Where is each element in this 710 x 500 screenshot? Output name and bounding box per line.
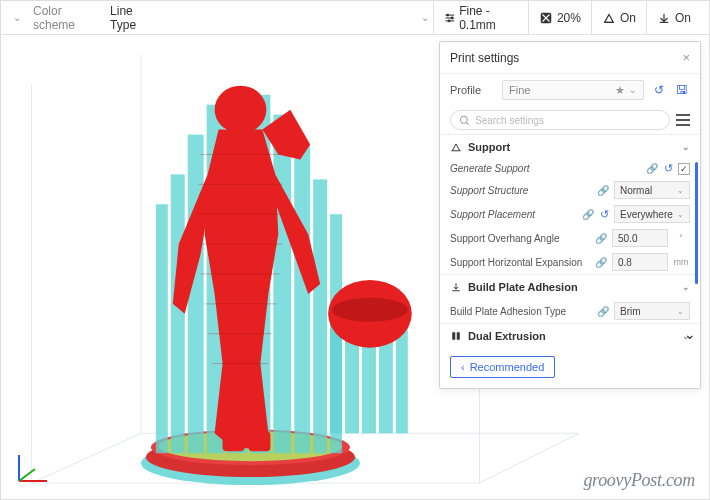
svg-point-35 [215,86,267,134]
svg-rect-26 [273,115,291,454]
support-placement-dropdown[interactable]: Everywhere⌄ [614,205,690,223]
search-icon [459,115,470,126]
chevron-down-icon: ⌄ [625,85,637,95]
generate-support-checkbox[interactable]: ✓ [678,163,690,175]
svg-rect-21 [171,174,185,453]
svg-line-50 [19,469,35,481]
reset-icon[interactable]: ↺ [599,208,610,221]
svg-point-39 [332,298,408,322]
adhesion-section-header[interactable]: Build Plate Adhesion ⌄ [440,275,700,299]
overhang-angle-field[interactable]: 50.0 [612,229,668,247]
horiz-expansion-field[interactable]: 0.8 [612,253,668,271]
horiz-expansion-label: Support Horizontal Expansion [450,257,590,268]
dual-extrusion-section-header[interactable]: Dual Extrusion ⌄ [440,324,700,348]
quality-label: Fine - 0.1mm [459,4,518,32]
adhesion-icon [657,11,671,25]
recommended-label: Recommended [470,361,545,373]
adhesion-toggle-button[interactable]: On [646,1,701,35]
quality-button[interactable]: Fine - 0.1mm [433,1,528,35]
reset-icon[interactable]: ↺ [652,83,666,97]
svg-rect-37 [248,431,270,451]
panel-title: Print settings [450,51,519,65]
support-icon [450,141,462,153]
svg-rect-36 [223,431,245,451]
adhesion-icon [450,281,462,293]
chevron-down-icon: ⌄ [677,307,684,316]
chevron-down-icon: ⌄ [682,282,690,292]
profile-value: Fine [509,84,530,96]
dual-extrusion-title: Dual Extrusion [468,330,546,342]
chevron-down-icon: ⌄ [677,210,684,219]
reset-icon[interactable]: ↺ [663,162,674,175]
axes-gizmo [13,447,53,487]
scroll-down-arrow[interactable]: ⌄ [684,326,696,342]
support-icon [602,11,616,25]
svg-point-4 [451,17,453,19]
link-icon[interactable]: 🔗 [594,257,608,268]
link-icon[interactable]: 🔗 [594,233,608,244]
svg-rect-55 [452,332,455,340]
svg-rect-27 [294,145,310,454]
degree-unit: ° [672,233,690,243]
close-icon[interactable]: × [682,50,690,65]
adhesion-type-dropdown[interactable]: Brim⌄ [614,302,690,320]
adhesion-title: Build Plate Adhesion [468,281,578,293]
adhesion-type-label: Build Plate Adhesion Type [450,306,592,317]
support-section-header[interactable]: Support ⌄ [440,135,700,159]
profile-dropdown[interactable]: Fine ★ ⌄ [502,80,644,100]
top-toolbar: ⌄ Color scheme Line Type ⌄ Fine - 0.1mm … [1,1,709,35]
search-input[interactable] [475,115,661,126]
recommended-button[interactable]: ‹ Recommended [450,356,555,378]
infill-label: 20% [557,11,581,25]
infill-icon [539,11,553,25]
svg-point-3 [446,14,448,16]
generate-support-label: Generate Support [450,163,641,174]
save-icon[interactable]: 🖫 [674,83,690,97]
support-toggle-button[interactable]: On [591,1,646,35]
svg-point-51 [460,116,467,123]
support-structure-label: Support Structure [450,185,592,196]
link-icon[interactable]: 🔗 [645,163,659,174]
chevron-down-icon[interactable]: ⌄ [417,12,433,23]
svg-rect-28 [313,179,327,453]
color-scheme-dropdown[interactable]: ⌄ Color scheme Line Type [9,4,167,32]
svg-rect-22 [188,135,204,454]
scroll-indicator[interactable] [695,162,698,284]
overhang-angle-label: Support Overhang Angle [450,233,590,244]
search-input-wrapper[interactable] [450,110,670,130]
sliders-icon [444,11,456,25]
support-structure-dropdown[interactable]: Normal⌄ [614,181,690,199]
link-icon[interactable]: 🔗 [581,209,595,220]
chevron-down-icon: ⌄ [9,12,25,23]
svg-line-52 [467,122,469,124]
chevron-down-icon: ⌄ [682,142,690,152]
svg-rect-20 [156,204,168,453]
link-icon[interactable]: 🔗 [596,185,610,196]
adhesion-on-label: On [675,11,691,25]
infill-button[interactable]: 20% [528,1,591,35]
watermark: groovyPost.com [583,470,695,491]
support-on-label: On [620,11,636,25]
svg-line-11 [479,433,579,483]
print-settings-panel: Print settings × Profile Fine ★ ⌄ ↺ 🖫 Su… [439,41,701,389]
support-placement-label: Support Placement [450,209,577,220]
chevron-down-icon: ⌄ [677,186,684,195]
menu-icon[interactable] [676,114,690,126]
mm-unit: mm [672,257,690,267]
svg-rect-56 [457,332,460,340]
svg-point-5 [448,19,450,21]
link-icon[interactable]: 🔗 [596,306,610,317]
support-title: Support [468,141,510,153]
star-icon: ★ [615,84,625,97]
profile-label: Profile [450,84,494,96]
color-scheme-label: Color scheme [33,4,102,32]
line-type-value: Line Type [110,4,158,32]
dual-extrusion-icon [450,330,462,342]
chevron-left-icon: ‹ [461,361,465,373]
